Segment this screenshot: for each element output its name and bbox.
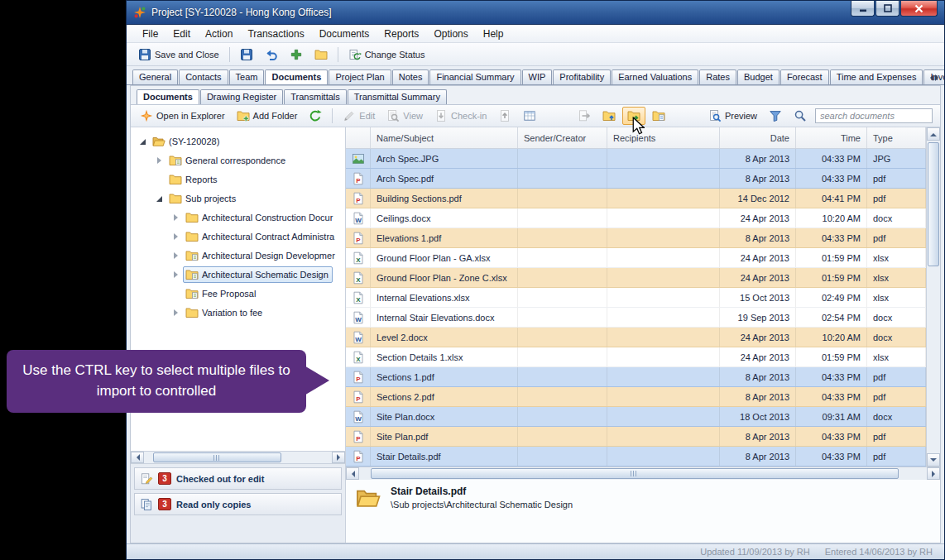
tab-general[interactable]: General <box>132 69 178 84</box>
document-row-section-details-1-xlsx[interactable]: XSection Details 1.xlsx24 Apr 201301:59 … <box>346 347 926 367</box>
scroll-thumb[interactable] <box>928 142 939 266</box>
column-header-blank[interactable] <box>346 127 371 148</box>
tab-notes[interactable]: Notes <box>392 69 429 84</box>
open-folder-button[interactable] <box>309 45 333 64</box>
check-out-button[interactable] <box>493 107 516 125</box>
title-bar[interactable]: Project [SY-120028 - Hong Kong Offices] <box>127 1 944 25</box>
tree-expander-expanded-icon[interactable] <box>139 137 147 146</box>
tab-project-plan[interactable]: Project Plan <box>329 69 391 84</box>
tab-team[interactable]: Team <box>229 69 265 84</box>
scroll-left-arrow[interactable] <box>131 452 144 463</box>
scroll-track[interactable] <box>144 452 332 463</box>
tab-forecast[interactable]: Forecast <box>780 69 829 84</box>
tree-item-general-correspondence[interactable]: General correspondence <box>131 151 345 170</box>
tree-item-reports[interactable]: Reports <box>131 170 345 189</box>
tree-item-architectural-contract-administra[interactable]: Architectural Contract Administra <box>131 227 345 246</box>
save-and-close-button[interactable]: Save and Close <box>133 45 224 64</box>
view-button[interactable]: View <box>381 107 428 125</box>
menu-transactions[interactable]: Transactions <box>240 26 311 41</box>
document-row-site-plan-pdf[interactable]: PSite Plan.pdf8 Apr 201304:33 PMpdf <box>346 427 926 447</box>
scroll-track[interactable] <box>927 141 940 453</box>
tree-horizontal-scrollbar[interactable] <box>131 451 345 463</box>
tree-expander-collapsed-icon[interactable] <box>172 232 180 241</box>
scroll-track[interactable] <box>359 467 927 480</box>
send-document-button[interactable] <box>573 107 596 125</box>
document-row-internal-elevations-xlsx[interactable]: XInternal Elevations.xlsx15 Oct 201302:4… <box>346 288 926 308</box>
column-header-type[interactable]: Type <box>867 127 926 148</box>
document-row-arch-spec-pdf[interactable]: PArch Spec.pdf8 Apr 201304:33 PMpdf <box>346 169 926 189</box>
tree-expander-collapsed-icon[interactable] <box>172 213 180 222</box>
tree-expander-collapsed-icon[interactable] <box>172 309 180 317</box>
tab-contacts[interactable]: Contacts <box>179 69 228 84</box>
scroll-down-arrow[interactable] <box>927 453 940 467</box>
column-header-name-subject[interactable]: Name/Subject <box>371 127 518 148</box>
subtab-documents[interactable]: Documents <box>137 89 199 104</box>
tab-profitability[interactable]: Profitability <box>553 69 611 84</box>
tab-scroll-left-icon[interactable] <box>927 74 933 81</box>
document-row-site-plan-docx[interactable]: WSite Plan.docx18 Oct 201309:31 AMdocx <box>346 407 926 427</box>
column-header-time[interactable]: Time <box>796 127 867 148</box>
search-button[interactable] <box>789 107 812 125</box>
save-button[interactable] <box>235 45 258 64</box>
tree-expander-expanded-icon[interactable] <box>156 194 164 203</box>
tab-documents[interactable]: Documents <box>265 69 328 85</box>
tree-item-architectural-design-developmer[interactable]: Architectural Design Developmer <box>131 246 345 265</box>
document-row-ground-floor-plan-ga-xlsx[interactable]: XGround Floor Plan - GA.xlsx24 Apr 20130… <box>346 248 926 268</box>
vertical-scrollbar[interactable] <box>926 127 940 467</box>
scroll-right-arrow[interactable] <box>927 467 940 480</box>
document-row-sections-1-pdf[interactable]: PSections 1.pdf8 Apr 201304:33 PMpdf <box>346 367 926 387</box>
menu-options[interactable]: Options <box>426 26 475 41</box>
tree-item-sy-120028[interactable]: (SY-120028) <box>131 132 345 151</box>
tree-item-sub-projects[interactable]: Sub projects <box>131 189 345 208</box>
tab-rates[interactable]: Rates <box>699 69 736 84</box>
tab-scroll-right-icon[interactable] <box>935 74 942 81</box>
menu-reports[interactable]: Reports <box>377 26 426 41</box>
tab-scroll-buttons[interactable] <box>927 74 942 81</box>
refresh-button[interactable] <box>304 107 327 125</box>
tab-earned-valuations[interactable]: Earned Valuations <box>612 69 698 84</box>
close-button[interactable] <box>900 1 938 17</box>
subtab-transmittal-summary[interactable]: Transmittal Summary <box>348 89 447 104</box>
tab-wip[interactable]: WIP <box>522 69 553 84</box>
filter-button[interactable] <box>764 107 787 125</box>
minimize-button[interactable] <box>851 1 875 17</box>
maximize-button[interactable] <box>875 1 899 17</box>
subtab-transmittals[interactable]: Transmittals <box>284 89 347 104</box>
edit-button[interactable]: Edit <box>338 107 380 125</box>
document-row-stair-details-pdf[interactable]: PStair Details.pdf8 Apr 201304:33 PMpdf <box>346 447 926 467</box>
column-header-sender-creator[interactable]: Sender/Creator <box>518 127 607 148</box>
document-row-ground-floor-plan-zone-c-xlsx[interactable]: XGround Floor Plan - Zone C.xlsx24 Apr 2… <box>346 268 926 288</box>
change-status-button[interactable]: Change Status <box>343 45 430 64</box>
scroll-left-arrow[interactable] <box>346 467 359 480</box>
menu-edit[interactable]: Edit <box>165 26 198 41</box>
tree-item-variation-to-fee[interactable]: Variation to fee <box>131 303 345 322</box>
document-row-sections-2-pdf[interactable]: PSections 2.pdf8 Apr 201304:33 PMpdf <box>346 387 926 407</box>
tree-expander-collapsed-icon[interactable] <box>172 251 180 260</box>
scroll-thumb[interactable] <box>371 468 899 479</box>
tree-item-fee-proposal[interactable]: Fee Proposal <box>131 284 345 303</box>
horizontal-scrollbar[interactable] <box>346 467 940 480</box>
scroll-up-arrow[interactable] <box>927 127 940 141</box>
scroll-thumb[interactable] <box>153 452 281 462</box>
undo-button[interactable] <box>260 45 283 64</box>
table-grid-button[interactable] <box>518 107 541 125</box>
document-search-input[interactable] <box>815 108 933 123</box>
document-row-elevations-1-pdf[interactable]: PElevations 1.pdf8 Apr 201304:33 PMpdf <box>346 228 926 248</box>
add-folder-button[interactable]: Add Folder <box>232 107 303 125</box>
tree-item-architectural-schematic-design[interactable]: Architectural Schematic Design <box>131 265 345 284</box>
document-row-arch-spec-jpg[interactable]: Arch Spec.JPG8 Apr 201304:33 PMJPG <box>346 149 926 169</box>
copy-controlled-button[interactable] <box>647 107 670 125</box>
tab-budget[interactable]: Budget <box>737 69 780 84</box>
tree-expander-collapsed-icon[interactable] <box>156 156 164 165</box>
tree-item-architectural-construction-docur[interactable]: Architectural Construction Docur <box>131 208 345 227</box>
scroll-right-arrow[interactable] <box>332 452 345 463</box>
menu-documents[interactable]: Documents <box>312 26 377 41</box>
menu-action[interactable]: Action <box>198 26 240 41</box>
column-header-recipients[interactable]: Recipients <box>607 127 720 148</box>
open-in-explorer-button[interactable]: Open in Explorer <box>135 107 230 125</box>
panel-read-only-copies[interactable]: 3Read only copies <box>134 493 342 515</box>
preview-button[interactable]: Preview <box>703 107 762 125</box>
add-button[interactable] <box>285 45 308 64</box>
tab-financial-summary[interactable]: Financial Summary <box>429 69 520 84</box>
subtab-drawing-register[interactable]: Drawing Register <box>200 89 283 104</box>
